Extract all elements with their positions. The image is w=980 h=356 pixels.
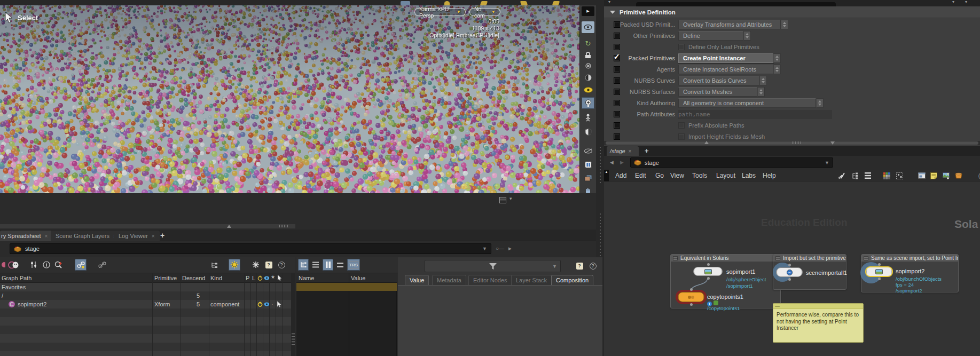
- packed-primitives-select[interactable]: Create Point Instancer: [678, 53, 773, 63]
- param-enable-checkbox[interactable]: [614, 77, 620, 84]
- sticky-note-icon[interactable]: [929, 171, 938, 180]
- selected-attribute-row[interactable]: [296, 283, 397, 291]
- list-view-icon[interactable]: [310, 259, 321, 271]
- masks-icon[interactable]: [7, 259, 19, 271]
- menu-layout[interactable]: Layout: [716, 172, 735, 179]
- col-p[interactable]: P: [246, 275, 249, 281]
- auto-update-icon[interactable]: [250, 259, 262, 271]
- menu-go[interactable]: Go: [655, 172, 664, 179]
- collapse-box-button[interactable]: —: [864, 256, 868, 260]
- select-spinner[interactable]: [781, 20, 788, 29]
- shelf-icon-fragment[interactable]: [480, 1, 488, 5]
- kind-authoring-select[interactable]: All geometry is one component: [678, 98, 816, 108]
- clipped-icon[interactable]: [0, 259, 7, 271]
- expand-arrow-icon[interactable]: ▶: [582, 6, 594, 16]
- flag-badge-icon[interactable]: [714, 300, 718, 305]
- empty-row[interactable]: [0, 351, 291, 356]
- pin-pane-icon[interactable]: ○—: [496, 246, 504, 251]
- chevron-down-icon[interactable]: ▾: [952, 0, 954, 4]
- row-view-icon[interactable]: [335, 259, 346, 271]
- chevron-down-icon[interactable]: ▼: [825, 160, 829, 165]
- node-sceneimportall1[interactable]: ~: [776, 267, 803, 277]
- menu-edit[interactable]: Edit: [635, 172, 646, 179]
- col-primitive[interactable]: Primitive: [154, 275, 177, 281]
- packed-usd-select[interactable]: Overlay Transforms and Attributes: [678, 20, 781, 29]
- zoom-select-icon[interactable]: [582, 97, 594, 109]
- scrollbar-fragment[interactable]: ▲: [604, 170, 609, 181]
- star-column-icon[interactable]: ★: [271, 274, 275, 280]
- select-spinner[interactable]: [773, 53, 781, 63]
- menu-view[interactable]: View: [670, 172, 684, 179]
- col-name[interactable]: Name: [299, 275, 314, 281]
- col-l[interactable]: L: [252, 275, 255, 281]
- node-copytopoints1-selected[interactable]: [678, 292, 704, 302]
- param-enable-checkbox[interactable]: [614, 33, 620, 39]
- tree-hierarchy-icon[interactable]: [850, 171, 859, 180]
- collapse-note-button[interactable]: —: [775, 304, 780, 309]
- scene-graph-breadcrumb[interactable]: stage ▼: [10, 243, 491, 254]
- new-tab-button[interactable]: +: [160, 231, 164, 240]
- collapse-box-button[interactable]: —: [673, 256, 678, 260]
- col-value[interactable]: Value: [351, 275, 365, 281]
- empty-row[interactable]: [0, 343, 291, 351]
- power-column-icon[interactable]: [257, 275, 263, 281]
- select-spinner[interactable]: [773, 65, 781, 74]
- empty-row[interactable]: [0, 308, 291, 317]
- col-graph-path[interactable]: Graph Path: [2, 275, 32, 281]
- collapse-tree-icon[interactable]: [208, 259, 220, 271]
- param-enable-checkbox[interactable]: [614, 44, 620, 50]
- sticky-note-title-bar[interactable]: —: [773, 304, 863, 309]
- scene-graph-vscrollbar[interactable]: [291, 273, 295, 356]
- info-icon[interactable]: [41, 259, 52, 271]
- package-help-icon[interactable]: ?: [575, 262, 584, 270]
- empty-row[interactable]: [0, 334, 291, 343]
- unlink-selection-icon[interactable]: [96, 259, 108, 271]
- agents-select[interactable]: Create Instanced SkelRoots: [678, 65, 773, 74]
- node-path-field-fragment[interactable]: [636, 2, 836, 6]
- col-descend[interactable]: Descend: [182, 275, 205, 281]
- empty-row[interactable]: [0, 317, 291, 326]
- row-favorites[interactable]: Favorites: [0, 283, 291, 291]
- node-sopimport2-selected[interactable]: [865, 266, 893, 277]
- background-image-icon[interactable]: [942, 171, 951, 180]
- filter-dropdown[interactable]: ▼: [425, 260, 561, 272]
- param-enable-checkbox[interactable]: [614, 133, 620, 140]
- select-spinner[interactable]: [743, 31, 751, 41]
- pane-view-icon[interactable]: [499, 197, 506, 203]
- scene-viewport[interactable]: Select Karma XPU Persp ▼ No cam ▼ 0:05 1…: [0, 5, 579, 193]
- select-spinner[interactable]: [816, 98, 824, 108]
- visibility-eye-icon[interactable]: [582, 84, 594, 96]
- help-icon-fragment[interactable]: (: [975, 171, 980, 180]
- tab-metadata[interactable]: Metadata: [432, 275, 466, 285]
- chevron-down-icon[interactable]: ▾: [965, 0, 967, 4]
- param-enable-checkbox-checked[interactable]: ✓: [614, 55, 620, 61]
- tab-spreadsheet[interactable]: ry Spreadsheet×: [0, 231, 52, 241]
- dot-icon[interactable]: ·: [271, 301, 273, 307]
- import-heightfields-checkbox[interactable]: [678, 133, 685, 140]
- select-spinner[interactable]: [757, 87, 765, 97]
- first-person-icon[interactable]: [582, 112, 594, 123]
- help-icon[interactable]: ?: [589, 262, 597, 270]
- selection-cursor-icon[interactable]: [277, 301, 282, 308]
- filter-sliders-icon[interactable]: [28, 259, 40, 271]
- parameters-hscrollbar[interactable]: [604, 141, 980, 145]
- network-box-import-primitive[interactable]: — Import but set the primitive d... ~ sc…: [773, 254, 846, 290]
- tab-composition[interactable]: Composition: [551, 275, 593, 285]
- param-enable-checkbox[interactable]: [614, 100, 620, 106]
- gallery-bucket-icon[interactable]: [954, 171, 963, 180]
- column-view-icon[interactable]: [323, 259, 333, 271]
- nurbs-curves-select[interactable]: Convert to Basis Curves: [678, 76, 759, 85]
- tab-layer-stack[interactable]: Layer Stack: [511, 275, 552, 285]
- node-input-connector[interactable]: [707, 263, 710, 266]
- network-box-title-bar[interactable]: — Import but set the primitive d...: [773, 255, 846, 262]
- row-root[interactable]: / 5: [0, 291, 291, 300]
- network-breadcrumb[interactable]: stage ▼: [630, 157, 833, 168]
- node-sopimport1[interactable]: [693, 267, 723, 276]
- link-selection-icon[interactable]: [75, 259, 87, 271]
- tools-wrench-icon[interactable]: [837, 171, 846, 180]
- param-enable-checkbox[interactable]: [614, 111, 620, 117]
- network-box-point-instancing[interactable]: — Same as scene import, set to Point Ins…: [861, 254, 959, 292]
- shelf-icon-fragment[interactable]: [552, 1, 560, 5]
- node-output-connector[interactable]: [788, 278, 791, 281]
- nurbs-surfaces-select[interactable]: Convert to Meshes: [678, 87, 757, 97]
